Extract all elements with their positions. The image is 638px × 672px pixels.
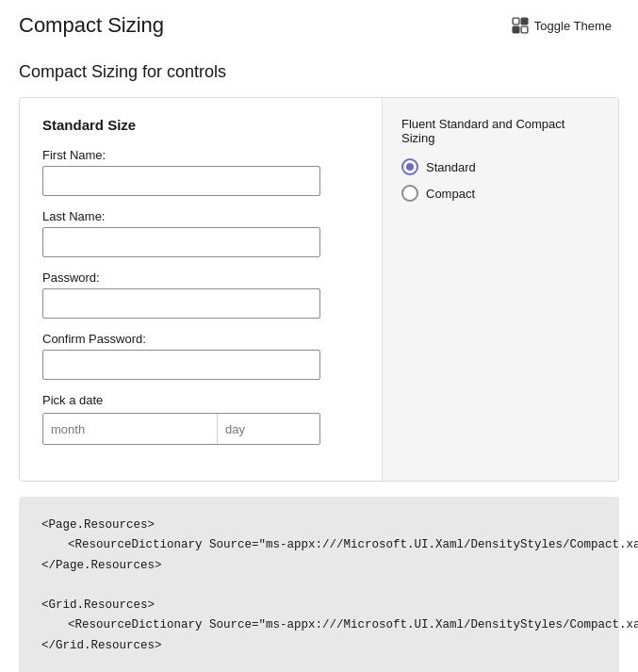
main-panel: Standard Size First Name: Last Name: Pas… (19, 97, 619, 482)
password-label: Password: (42, 270, 359, 285)
options-title: Fluent Standard and Compact Sizing (401, 117, 599, 145)
first-name-group: First Name: (42, 148, 359, 196)
confirm-password-label: Confirm Password: (42, 332, 359, 346)
content-area: Compact Sizing for controls Standard Siz… (0, 47, 638, 672)
toggle-theme-icon (512, 17, 529, 34)
date-picker-label: Pick a date (42, 393, 359, 407)
compact-option[interactable]: Compact (401, 185, 599, 202)
date-picker (42, 413, 320, 445)
section-title: Compact Sizing for controls (19, 62, 619, 82)
standard-label: Standard (426, 160, 476, 174)
toggle-theme-label: Toggle Theme (534, 19, 612, 33)
confirm-password-group: Confirm Password: (42, 332, 359, 380)
code-line-4: <Grid.Resources> (41, 596, 597, 615)
svg-rect-0 (513, 18, 519, 25)
date-picker-group: Pick a date (42, 393, 359, 445)
toggle-theme-button[interactable]: Toggle Theme (504, 13, 619, 38)
day-input[interactable] (218, 414, 320, 444)
code-line-1: <Page.Resources> (41, 516, 597, 535)
code-line-3: </Page.Resources> (41, 556, 597, 576)
last-name-input[interactable] (42, 227, 320, 257)
svg-rect-2 (513, 26, 519, 33)
month-input[interactable] (43, 414, 218, 444)
standard-option[interactable]: Standard (401, 158, 599, 175)
code-line-2: <ResourceDictionary Source="ms-appx:///M… (41, 535, 597, 555)
standard-radio[interactable] (401, 158, 418, 175)
page-title: Compact Sizing (19, 13, 164, 38)
password-group: Password: (42, 270, 359, 319)
code-panel: <Page.Resources><ResourceDictionary Sour… (19, 497, 619, 672)
first-name-input[interactable] (42, 166, 320, 196)
first-name-label: First Name: (42, 148, 359, 162)
form-panel-title: Standard Size (42, 117, 359, 133)
top-bar: Compact Sizing Toggle Theme (0, 0, 638, 47)
form-panel: Standard Size First Name: Last Name: Pas… (20, 98, 383, 481)
svg-rect-3 (521, 26, 528, 33)
code-line-5: <ResourceDictionary Source="ms-appx:///M… (41, 615, 597, 635)
options-panel: Fluent Standard and Compact Sizing Stand… (383, 98, 618, 481)
svg-rect-1 (521, 18, 528, 25)
last-name-group: Last Name: (42, 209, 359, 257)
compact-label: Compact (426, 187, 475, 201)
code-line-6: </Grid.Resources> (41, 636, 597, 656)
last-name-label: Last Name: (42, 209, 359, 223)
confirm-password-input[interactable] (42, 350, 320, 380)
password-input[interactable] (42, 288, 320, 319)
compact-radio[interactable] (401, 185, 418, 202)
